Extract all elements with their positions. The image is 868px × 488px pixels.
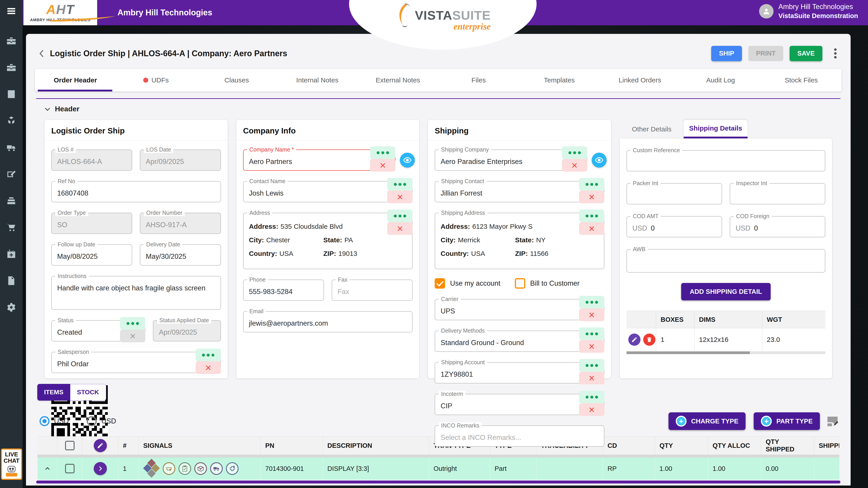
shipping-account-field[interactable]: Shipping Account1ZY98801 × bbox=[435, 362, 604, 384]
tab-items[interactable]: ITEMS bbox=[37, 384, 70, 401]
tab-audit-log[interactable]: Audit Log bbox=[680, 69, 761, 92]
contact-name-clear-button[interactable]: × bbox=[387, 191, 412, 203]
currency-radio-1-control[interactable] bbox=[39, 416, 50, 426]
shipping-contact-field[interactable]: Shipping ContactJillian Forrest × bbox=[435, 181, 604, 202]
repairs-briefcase-icon[interactable] bbox=[6, 62, 17, 73]
logistics-truck-icon[interactable] bbox=[6, 142, 17, 153]
inco-remarks-input[interactable] bbox=[440, 433, 598, 442]
tab-stock[interactable]: STOCK bbox=[70, 384, 106, 401]
bill-to-customer-checkbox-box[interactable] bbox=[515, 278, 525, 289]
cod-foreign-field[interactable]: COD Foreign USD0 bbox=[730, 216, 825, 237]
items-table-bottom-scrollbar[interactable] bbox=[36, 481, 840, 484]
inventory-cubes-icon[interactable] bbox=[6, 116, 17, 126]
awb-input[interactable] bbox=[632, 257, 819, 265]
contact-name-options-button[interactable] bbox=[387, 178, 412, 191]
edit-columns-icon[interactable] bbox=[826, 414, 839, 428]
add-shipping-detail-button[interactable]: ADD SHIPPING DETAIL bbox=[681, 283, 771, 300]
part-type-button[interactable]: + PART TYPE bbox=[754, 412, 820, 430]
custom-reference-input[interactable] bbox=[632, 158, 819, 166]
currency-radio-usd-2[interactable]: USD bbox=[87, 416, 116, 426]
company-name-options-button[interactable] bbox=[370, 146, 395, 159]
company-address-options-button[interactable] bbox=[387, 209, 412, 222]
select-all-checkbox[interactable] bbox=[65, 441, 74, 450]
shipping-contact-options-button[interactable] bbox=[579, 178, 604, 191]
carrier-field[interactable]: CarrierUPS × bbox=[435, 299, 604, 320]
instructions-field[interactable]: InstructionsHandle with care object has … bbox=[51, 276, 221, 310]
shipping-company-view-eye-button[interactable] bbox=[592, 153, 607, 168]
use-my-account-checkbox-box[interactable] bbox=[435, 278, 445, 289]
packer-int-field[interactable]: Packer Int bbox=[626, 183, 722, 204]
tab-order-header[interactable]: Order Header bbox=[35, 69, 116, 92]
company-address-clear-button[interactable]: × bbox=[387, 222, 412, 235]
shipping-company-options-button[interactable] bbox=[562, 146, 587, 159]
use-my-account-checkbox[interactable]: Use my account bbox=[435, 278, 500, 289]
open-item-chevron-button[interactable] bbox=[94, 462, 107, 475]
currency-radio-2-control[interactable] bbox=[87, 416, 97, 426]
company-building-icon[interactable] bbox=[6, 89, 17, 99]
row-checkbox[interactable] bbox=[65, 464, 74, 473]
tab-external-notes[interactable]: External Notes bbox=[358, 69, 438, 92]
delivery-methods-options-button[interactable] bbox=[579, 327, 604, 340]
delivery-methods-clear-button[interactable]: × bbox=[579, 340, 604, 353]
packer-int-input[interactable] bbox=[632, 191, 716, 199]
fax-input[interactable] bbox=[338, 288, 407, 296]
parts-briefcase-icon[interactable] bbox=[6, 36, 17, 46]
basket-gear-signal-icon[interactable] bbox=[163, 462, 175, 475]
tab-templates[interactable]: Templates bbox=[519, 69, 599, 92]
shipping-detail-horizontal-scrollbar[interactable] bbox=[626, 351, 825, 354]
box-check-signal-icon[interactable] bbox=[194, 462, 207, 475]
collapse-row-chevron-icon[interactable] bbox=[43, 465, 51, 473]
carrier-options-button[interactable] bbox=[579, 296, 604, 308]
salesperson-field[interactable]: SalespersonPhil Ordar × bbox=[51, 352, 221, 373]
bill-to-customer-checkbox[interactable]: Bill to Customer bbox=[515, 278, 580, 289]
hamburger-menu-icon[interactable] bbox=[6, 6, 17, 16]
delete-shipping-detail-button[interactable] bbox=[643, 333, 655, 346]
salesperson-options-button[interactable] bbox=[196, 349, 221, 361]
incoterm-clear-button[interactable]: × bbox=[579, 403, 604, 416]
tab-internal-notes[interactable]: Internal Notes bbox=[277, 69, 358, 92]
puzzle-link-signal-icon[interactable] bbox=[226, 462, 239, 475]
ref-no-field[interactable]: Ref No16807408 bbox=[51, 181, 221, 202]
incoterm-field[interactable]: IncotermCIP × bbox=[435, 394, 604, 415]
tab-udfs[interactable]: UDFs bbox=[116, 69, 196, 92]
status-field[interactable]: StatusCreated × bbox=[51, 320, 145, 341]
settings-gear-icon[interactable] bbox=[6, 302, 17, 313]
delivery-methods-field[interactable]: Delivery MethodsStandard Ground - Ground… bbox=[435, 331, 604, 352]
edit-shipping-detail-button[interactable] bbox=[628, 333, 641, 346]
incoterm-options-button[interactable] bbox=[579, 391, 604, 403]
shipping-address-options-button[interactable] bbox=[579, 209, 604, 222]
orders-edit-icon[interactable] bbox=[6, 169, 17, 179]
shipping-contact-clear-button[interactable]: × bbox=[579, 191, 604, 203]
clipboard-check-signal-icon[interactable] bbox=[179, 462, 191, 475]
truck-signal-icon[interactable] bbox=[210, 462, 223, 475]
custom-reference-field[interactable]: Custom Reference bbox=[626, 150, 825, 171]
phone-field[interactable]: Phone555-983-5284 bbox=[243, 280, 324, 301]
tab-linked-orders[interactable]: Linked Orders bbox=[599, 69, 680, 92]
status-options-button[interactable] bbox=[120, 317, 145, 330]
shipping-company-clear-button[interactable]: × bbox=[562, 159, 587, 172]
cod-amt-field[interactable]: COD AMT USD0 bbox=[626, 216, 722, 237]
carrier-clear-button[interactable]: × bbox=[579, 308, 604, 321]
bulk-edit-pencil-button[interactable] bbox=[94, 439, 107, 452]
shipping-company-field[interactable]: Shipping CompanyAero Paradise Enterprise… bbox=[435, 150, 587, 171]
tab-files[interactable]: Files bbox=[438, 69, 519, 92]
print-button[interactable]: PRINT bbox=[748, 46, 783, 61]
currency-radio-usd-1[interactable]: USD bbox=[39, 416, 69, 426]
company-name-field[interactable]: Company Name *Aero Partners × bbox=[243, 150, 396, 171]
back-chevron-icon[interactable] bbox=[37, 48, 47, 59]
company-view-eye-button[interactable] bbox=[400, 153, 415, 168]
inspector-int-input[interactable] bbox=[736, 191, 819, 199]
company-address-field[interactable]: Address Address:535 Cloudsdale Blvd City… bbox=[243, 213, 413, 269]
awb-field[interactable]: AWB bbox=[626, 249, 825, 272]
inspector-int-field[interactable]: Inspector Int bbox=[730, 183, 825, 204]
tab-stock-files[interactable]: Stock Files bbox=[761, 69, 842, 92]
delivery-date-field[interactable]: Delivery DateMay/30/2025 bbox=[140, 245, 221, 266]
tab-other-details[interactable]: Other Details bbox=[620, 120, 684, 138]
save-button[interactable]: SAVE bbox=[789, 46, 823, 61]
scheduler-calendar-icon[interactable] bbox=[6, 249, 17, 259]
shipping-address-field[interactable]: Shipping Address Address:6123 Mayor Pkwy… bbox=[435, 213, 604, 269]
documents-file-icon[interactable] bbox=[6, 275, 17, 286]
purchasing-cart-icon[interactable] bbox=[6, 222, 17, 233]
company-name-clear-button[interactable]: × bbox=[370, 159, 395, 172]
collapse-header-chevron-icon[interactable] bbox=[43, 105, 51, 113]
